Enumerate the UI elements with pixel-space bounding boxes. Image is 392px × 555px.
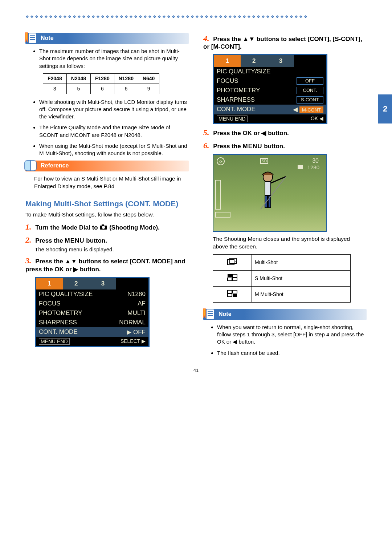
- svg-rect-22: [228, 260, 234, 265]
- camera-icon: [99, 224, 107, 232]
- svg-rect-28: [228, 290, 232, 293]
- reference-text: For how to view an S Multi-Shot or M Mul…: [34, 175, 189, 190]
- svg-text:SD: SD: [262, 159, 267, 163]
- step-6: 6. Press the MENU button.: [203, 141, 367, 150]
- note-icon: [23, 31, 38, 45]
- menu1-tab-1: 1: [36, 278, 63, 289]
- svg-rect-24: [228, 274, 232, 277]
- result-text: The Shooting Menu closes and the symbol …: [213, 235, 367, 251]
- svg-rect-25: [233, 274, 237, 277]
- step-5: 5. Press the OK or ◀ button.: [203, 128, 367, 137]
- svg-rect-26: [228, 278, 232, 281]
- step-1: 1. Turn the Mode Dial to (Shooting Mode)…: [25, 222, 189, 232]
- svg-rect-32: [206, 309, 214, 319]
- m-multishot-icon: [213, 286, 252, 302]
- note-banner-2: Note: [203, 309, 367, 320]
- note-label-2: Note: [219, 311, 232, 317]
- menu1-tab-3: 3: [90, 278, 117, 289]
- step-2: 2. Press the MENU button.: [25, 235, 189, 245]
- note-label: Note: [41, 35, 54, 41]
- svg-rect-27: [233, 278, 237, 281]
- multishot-icon: [213, 254, 252, 270]
- svg-text:1280: 1280: [307, 164, 319, 170]
- svg-point-6: [102, 226, 105, 229]
- svg-rect-20: [298, 165, 303, 169]
- note-2-content: When you want to return to normal, singl…: [212, 324, 367, 357]
- svg-rect-14: [216, 212, 230, 217]
- section-tab: 2: [378, 94, 392, 123]
- note-icon: [201, 307, 216, 321]
- svg-text:30: 30: [312, 158, 319, 164]
- svg-rect-5: [102, 224, 104, 226]
- preview-image: ⟳ SD 30 1280: [213, 154, 327, 232]
- step-3: 3. Press the ▲▼ buttons to select [CONT.…: [25, 256, 189, 273]
- svg-rect-13: [216, 180, 221, 209]
- menu2-tab-1: 1: [214, 55, 241, 67]
- menu1-tab-2: 2: [63, 278, 90, 289]
- reference-banner: Reference: [25, 161, 189, 171]
- svg-rect-31: [233, 294, 237, 297]
- camera-menu-1: 1 2 3 PIC QUALITY/SIZEN1280 FOCUSAF PHOT…: [35, 277, 150, 347]
- mode-icon-table: Multi-Shot S Multi-Shot M Multi-Shot: [213, 254, 351, 303]
- section-title: Making Multi-Shot Settings (CONT. MODE): [25, 199, 189, 208]
- menu2-tab-3: 3: [268, 55, 294, 67]
- reference-label: Reference: [41, 162, 69, 169]
- svg-rect-23: [230, 258, 236, 263]
- menu2-tab-2: 2: [241, 55, 268, 67]
- quality-table: F2048 N2048 F1280 N1280 N640 3 5 6 6 9: [43, 73, 159, 94]
- svg-rect-8: [265, 182, 271, 195]
- note-1-content: The maximum number of images that can be…: [34, 48, 189, 157]
- step-2-sub: The Shooting menu is displayed.: [35, 246, 189, 252]
- page-number: 41: [25, 368, 367, 373]
- s-multishot-icon: [213, 270, 252, 286]
- reference-icon: [23, 158, 38, 173]
- section-intro: To make Multi-Shot settings, follow the …: [25, 211, 189, 219]
- decorative-border: ❖❖❖❖❖❖❖❖❖❖❖❖❖❖❖❖❖❖❖❖❖❖❖❖❖❖❖❖❖❖❖❖❖❖❖❖❖❖❖❖…: [25, 15, 367, 19]
- note-banner-1: Note: [25, 33, 189, 44]
- svg-rect-0: [28, 33, 36, 43]
- svg-rect-29: [233, 290, 237, 293]
- step-4: 4. Press the ▲▼ buttons to select [CONT]…: [203, 34, 367, 50]
- svg-text:⟳: ⟳: [219, 159, 222, 164]
- camera-menu-2: 1 2 3 PIC QUALITY/SIZE FOCUSOFF PHOTOMET…: [213, 54, 327, 124]
- svg-rect-30: [228, 294, 232, 297]
